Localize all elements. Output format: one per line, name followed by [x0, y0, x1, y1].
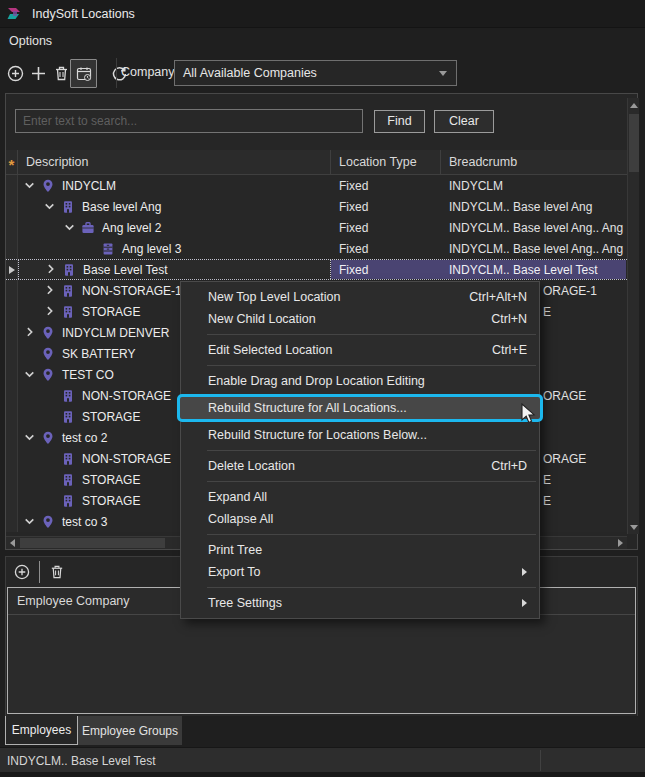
row-indicator	[6, 364, 18, 385]
location-type-cell: Fixed	[331, 217, 441, 238]
chevron-down-icon[interactable]	[43, 200, 56, 213]
scroll-right-button[interactable]	[614, 537, 627, 549]
menu-item[interactable]: Expand All	[181, 486, 539, 508]
row-indicator	[6, 427, 18, 448]
scroll-left-button[interactable]	[6, 537, 19, 549]
table-row[interactable]: Ang level 3FixedINDYCLM.. Base level Ang…	[6, 238, 627, 259]
menu-item-shortcut: Ctrl+N	[491, 312, 527, 326]
chevron-down-icon[interactable]	[23, 515, 36, 528]
location-type-cell: Fixed	[331, 238, 441, 259]
chevron-down-icon[interactable]	[63, 221, 76, 234]
description-cell[interactable]: Base Level Test	[18, 260, 331, 279]
selected-row-marker-icon	[9, 266, 15, 274]
breadcrumb-value: INDYCLM	[449, 179, 503, 193]
menu-item[interactable]: Delete LocationCtrl+D	[181, 455, 539, 477]
table-row[interactable]: Base level AngFixedINDYCLM.. Base level …	[6, 196, 627, 217]
column-header-employee-company[interactable]: Employee Company	[8, 594, 130, 608]
breadcrumb-value: E	[543, 469, 551, 490]
title-bar: IndySoft Locations	[0, 0, 645, 28]
tab-employee-groups[interactable]: Employee Groups	[78, 716, 182, 745]
table-row[interactable]: INDYCLMFixedINDYCLM	[6, 175, 627, 196]
location-type-value: Fixed	[339, 263, 368, 277]
chevron-right-icon[interactable]	[44, 263, 57, 276]
chevron-right-icon[interactable]	[43, 305, 56, 318]
add-circle-icon[interactable]	[7, 65, 24, 82]
breadcrumb-cell: INDYCLM	[441, 175, 626, 196]
menu-item[interactable]: Export To	[181, 561, 539, 583]
location-label: TEST CO	[62, 368, 114, 382]
company-dropdown[interactable]: All Available Companies	[174, 60, 457, 86]
menu-item[interactable]: Rebuild Structure for All Locations...	[177, 394, 543, 422]
table-row[interactable]: Ang level 2FixedINDYCLM.. Base level Ang…	[6, 217, 627, 238]
location-label: STORAGE	[82, 410, 140, 424]
description-cell[interactable]: Ang level 2	[18, 217, 331, 238]
chevron-down-icon[interactable]	[23, 368, 36, 381]
add-circle-icon[interactable]	[14, 564, 30, 580]
chevron-down-icon[interactable]	[23, 431, 36, 444]
menu-separator	[207, 587, 536, 588]
menu-bar: Options	[0, 28, 645, 54]
menu-item[interactable]: New Top Level LocationCtrl+Alt+N	[181, 286, 539, 308]
toolbar-separator	[39, 561, 40, 583]
calendar-button[interactable]	[70, 59, 97, 88]
chevron-down-icon	[439, 71, 447, 76]
menu-item-label: Enable Drag and Drop Location Editing	[208, 374, 527, 388]
menu-item[interactable]: Print Tree	[181, 539, 539, 561]
building-icon	[61, 200, 75, 214]
menu-item-label: Export To	[208, 565, 514, 579]
row-indicator	[6, 280, 18, 301]
chevron-right-icon[interactable]	[43, 284, 56, 297]
location-type-cell: Fixed	[331, 196, 441, 217]
pin-icon	[41, 347, 55, 361]
chevron-down-icon[interactable]	[23, 179, 36, 192]
find-button[interactable]: Find	[374, 110, 425, 133]
menu-item[interactable]: Tree Settings	[181, 592, 539, 614]
menu-item[interactable]: Rebuild Structure for Locations Below...	[181, 424, 539, 446]
location-label: INDYCLM DENVER	[62, 326, 169, 340]
location-label: STORAGE	[82, 473, 140, 487]
plus-icon[interactable]	[30, 65, 47, 82]
chevron-right-icon[interactable]	[23, 326, 36, 339]
breadcrumb-cell: INDYCLM.. Base level Ang	[441, 196, 626, 217]
vertical-scrollbar[interactable]	[627, 98, 639, 534]
building-icon	[62, 263, 76, 277]
column-header-location-type[interactable]: Location Type	[331, 150, 441, 174]
scrollbar-thumb[interactable]	[629, 114, 639, 172]
pin-icon	[41, 431, 55, 445]
column-header-breadcrumb[interactable]: Breadcrumb	[441, 150, 626, 174]
scroll-down-button[interactable]	[628, 520, 640, 534]
menu-item-shortcut: Ctrl+E	[492, 343, 527, 357]
menu-item[interactable]: Edit Selected LocationCtrl+E	[181, 339, 539, 361]
search-input[interactable]	[15, 109, 363, 133]
location-label: Ang level 2	[102, 221, 161, 235]
tab-employees[interactable]: Employees	[5, 716, 78, 745]
menu-item-label: Expand All	[208, 490, 527, 504]
table-row[interactable]: Base Level TestFixedINDYCLM.. Base Level…	[6, 259, 627, 280]
location-type-cell: Fixed	[331, 260, 441, 279]
menu-separator	[207, 534, 536, 535]
trash-icon[interactable]	[49, 564, 65, 580]
location-label: NON-STORAGE	[82, 389, 171, 403]
location-label: test co 2	[62, 431, 107, 445]
building-icon	[61, 494, 75, 508]
menu-item-label: Delete Location	[208, 459, 491, 473]
row-indicator	[6, 511, 18, 532]
column-header-description[interactable]: Description	[18, 150, 331, 174]
description-cell[interactable]: Ang level 3	[18, 238, 331, 259]
description-cell[interactable]: Base level Ang	[18, 196, 331, 217]
options-menu[interactable]: Options	[0, 31, 61, 51]
location-label: Ang level 3	[122, 242, 181, 256]
breadcrumb-value: E	[543, 301, 551, 322]
scrollbar-thumb[interactable]	[20, 538, 165, 548]
building-icon	[61, 389, 75, 403]
breadcrumb-value: ORAGE	[543, 385, 586, 406]
trash-icon[interactable]	[53, 65, 70, 82]
menu-item[interactable]: Collapse All	[181, 508, 539, 530]
toolbar-separator	[116, 58, 117, 88]
row-indicator	[6, 406, 18, 427]
scroll-up-button[interactable]	[628, 98, 640, 112]
clear-button[interactable]: Clear	[434, 110, 494, 133]
menu-item[interactable]: Enable Drag and Drop Location Editing	[181, 370, 539, 392]
description-cell[interactable]: INDYCLM	[18, 175, 331, 196]
menu-item[interactable]: New Child LocationCtrl+N	[181, 308, 539, 330]
